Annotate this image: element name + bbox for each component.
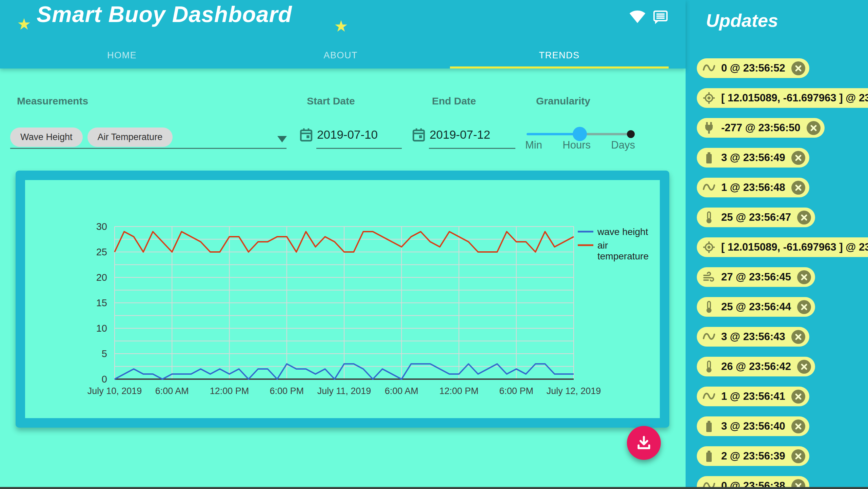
- chip-air-temperature[interactable]: Air Temperature: [87, 128, 173, 147]
- update-text: 2 @ 23:56:39: [721, 450, 785, 462]
- dismiss-update-button[interactable]: [791, 449, 805, 463]
- update-pill: 2 @ 23:56:39: [697, 446, 809, 466]
- tab-trends[interactable]: TRENDS: [450, 42, 669, 69]
- thermometer-icon: [702, 211, 716, 224]
- granularity-option-hours: Hours: [563, 139, 591, 151]
- chip-wave-height[interactable]: Wave Height: [10, 128, 83, 147]
- update-text: 1 @ 23:56:48: [721, 181, 785, 194]
- svg-text:0: 0: [102, 374, 107, 385]
- slider-track-inactive[interactable]: [580, 133, 631, 135]
- update-text: 3 @ 23:56:49: [721, 152, 785, 164]
- start-date-input[interactable]: 2019-07-10: [317, 128, 378, 141]
- update-text: [ 12.015089, -61.697963 ] @ 23:56:51: [721, 92, 868, 104]
- battery-icon: [702, 151, 716, 164]
- thermometer-icon: [702, 300, 716, 314]
- slider-track-active[interactable]: [527, 133, 580, 135]
- start-date-label: Start Date: [307, 95, 355, 107]
- tab-home[interactable]: HOME: [13, 42, 231, 69]
- dismiss-update-button[interactable]: [791, 419, 805, 433]
- smart-buoy-dashboard-app: ★ Smart Buoy Dashboard ★: [0, 0, 868, 489]
- dismiss-update-button[interactable]: [797, 360, 811, 374]
- granularity-options: Min Hours Days: [525, 139, 635, 151]
- update-pill: 26 @ 23:56:42: [697, 357, 815, 376]
- chevron-down-icon[interactable]: [277, 136, 287, 142]
- svg-text:20: 20: [96, 272, 107, 283]
- svg-text:temperature: temperature: [597, 251, 649, 261]
- svg-text:July 12, 2019: July 12, 2019: [547, 386, 601, 396]
- wave-icon: [702, 390, 716, 403]
- calendar-icon[interactable]: [412, 128, 425, 143]
- end-date-underline: [429, 148, 515, 149]
- svg-text:air: air: [597, 240, 608, 251]
- wave-icon: [702, 181, 716, 194]
- update-pill: 0 @ 23:56:52: [697, 58, 809, 78]
- wave-icon: [702, 330, 716, 344]
- chart-panel: 051015202530July 10, 20196:00 AM12:00 PM…: [25, 180, 660, 418]
- update-pill: 1 @ 23:56:48: [697, 178, 809, 197]
- measurements-select-underline: [10, 148, 287, 149]
- dismiss-update-button[interactable]: [797, 300, 811, 314]
- update-text: 27 @ 23:56:45: [721, 271, 791, 283]
- svg-text:30: 30: [96, 221, 107, 232]
- wifi-icon: [629, 9, 646, 25]
- granularity-option-days: Days: [611, 139, 635, 151]
- slider-end-dot: [627, 130, 635, 138]
- update-text: -277 @ 23:56:50: [721, 122, 801, 134]
- end-date-input[interactable]: 2019-07-12: [430, 128, 490, 141]
- measurements-label: Measurements: [17, 95, 88, 107]
- update-text: 25 @ 23:56:44: [721, 301, 791, 313]
- update-pill: 3 @ 23:56:40: [697, 416, 809, 436]
- update-text: 25 @ 23:56:47: [721, 211, 791, 223]
- svg-text:12:00 PM: 12:00 PM: [210, 386, 249, 396]
- granularity-label: Granularity: [536, 95, 590, 107]
- dismiss-update-button[interactable]: [807, 121, 821, 135]
- end-date-label: End Date: [432, 95, 476, 107]
- update-pill: 25 @ 23:56:44: [697, 297, 815, 317]
- window-bottom-edge: [0, 487, 868, 489]
- granularity-option-min: Min: [525, 139, 542, 151]
- update-pill: 3 @ 23:56:49: [697, 148, 809, 168]
- dismiss-update-button[interactable]: [791, 330, 805, 344]
- wind-icon: [702, 270, 716, 284]
- dismiss-update-button[interactable]: [797, 211, 811, 224]
- title-star-right: ★: [334, 17, 348, 35]
- dismiss-update-button[interactable]: [791, 61, 805, 75]
- dismiss-update-button[interactable]: [791, 151, 805, 165]
- header-icons: [629, 9, 669, 25]
- calendar-icon[interactable]: [300, 128, 313, 143]
- updates-list: 0 @ 23:56:52 [ 12.015089, -61.697963 ] @…: [686, 58, 868, 489]
- page-title: Smart Buoy Dashboard: [37, 1, 292, 27]
- dismiss-update-button[interactable]: [791, 390, 805, 404]
- update-pill: 3 @ 23:56:43: [697, 327, 809, 347]
- download-button[interactable]: [627, 426, 661, 460]
- update-text: 3 @ 23:56:43: [721, 331, 785, 343]
- wave-icon: [702, 61, 716, 75]
- thermometer-icon: [702, 360, 716, 373]
- svg-text:6:00 PM: 6:00 PM: [499, 386, 533, 396]
- update-pill: [ 12.015089, -61.697963 ] @ 23:56:51: [697, 88, 868, 108]
- download-icon: [636, 435, 652, 451]
- svg-text:wave height: wave height: [597, 227, 648, 237]
- gps-icon: [702, 240, 716, 254]
- chat-icon[interactable]: [652, 9, 669, 25]
- main-column: ★ Smart Buoy Dashboard ★: [0, 0, 686, 489]
- svg-text:10: 10: [96, 323, 107, 334]
- svg-text:6:00 PM: 6:00 PM: [270, 386, 304, 396]
- svg-text:6:00 AM: 6:00 AM: [155, 386, 189, 396]
- svg-text:5: 5: [102, 348, 107, 359]
- dismiss-update-button[interactable]: [791, 181, 805, 195]
- svg-text:6:00 AM: 6:00 AM: [385, 386, 418, 396]
- measurement-chips: Wave Height Air Temperature: [10, 128, 173, 147]
- update-text: 3 @ 23:56:40: [721, 420, 785, 432]
- updates-sidebar: Updates 0 @ 23:56:52 [ 12.015089, -61.69…: [686, 0, 868, 489]
- svg-text:15: 15: [96, 297, 107, 308]
- chart-frame: 051015202530July 10, 20196:00 AM12:00 PM…: [16, 171, 669, 428]
- update-pill: 25 @ 23:56:47: [697, 208, 815, 227]
- update-text: 0 @ 23:56:52: [721, 62, 785, 74]
- nav-tabs: HOME ABOUT TRENDS: [13, 42, 669, 69]
- update-text: [ 12.015089, -61.697963 ] @ 23:56:46: [721, 241, 868, 253]
- tab-about[interactable]: ABOUT: [231, 42, 450, 69]
- dismiss-update-button[interactable]: [797, 270, 811, 284]
- gps-icon: [702, 91, 716, 105]
- update-text: 1 @ 23:56:41: [721, 390, 785, 403]
